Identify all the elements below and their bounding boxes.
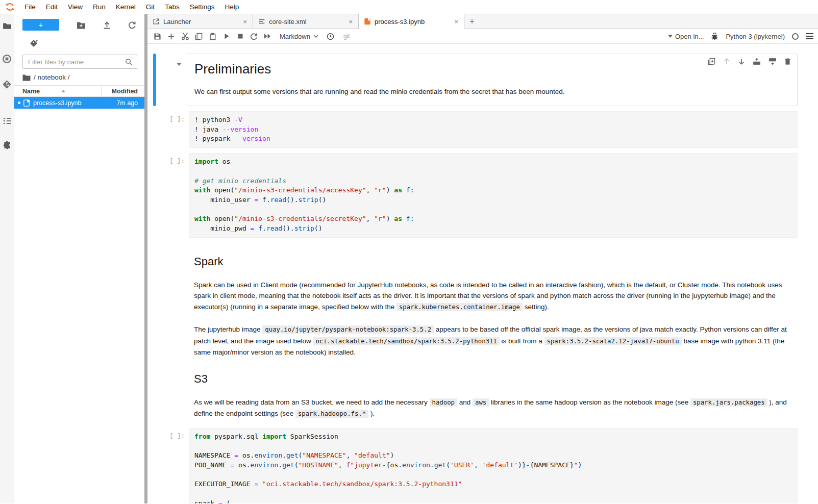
close-tab-icon[interactable]: × bbox=[453, 18, 460, 26]
menu-item-run[interactable]: Run bbox=[88, 3, 111, 11]
refresh-icon[interactable] bbox=[128, 21, 136, 29]
file-name: process-s3.ipynb bbox=[30, 99, 102, 107]
code-editor[interactable]: ! python3 -V! java --version! pyspark --… bbox=[189, 111, 798, 148]
close-tab-icon[interactable]: × bbox=[241, 18, 249, 26]
caret-down-icon bbox=[668, 35, 673, 38]
menu-item-kernel[interactable]: Kernel bbox=[111, 3, 141, 11]
file-modified: 7m ago bbox=[102, 99, 144, 107]
menu-item-file[interactable]: File bbox=[19, 3, 41, 11]
copy-icon[interactable] bbox=[192, 30, 206, 42]
history-clock-icon[interactable] bbox=[324, 30, 337, 42]
file-row-process-s3[interactable]: process-s3.ipynb 7m ago bbox=[14, 97, 144, 109]
markdown-cell-spark[interactable]: Spark Spark can be used in Client mode (… bbox=[147, 243, 818, 358]
code-cell-minio-credentials[interactable]: [ ]: import os # get minio credentialswi… bbox=[147, 153, 818, 238]
kernel-name[interactable]: Python 3 (ipykernel) bbox=[726, 33, 785, 40]
add-cell-icon[interactable] bbox=[164, 30, 178, 42]
paste-icon[interactable] bbox=[206, 30, 219, 42]
menu-item-help[interactable]: Help bbox=[219, 3, 244, 11]
new-tab-button[interactable]: + bbox=[464, 14, 480, 29]
menu-item-tabs[interactable]: Tabs bbox=[160, 3, 185, 11]
file-browser-git-row bbox=[14, 31, 144, 48]
breadcrumb[interactable]: / notebook / bbox=[14, 69, 144, 85]
cell-heading: S3 bbox=[194, 372, 792, 386]
insert-cell-below-icon[interactable] bbox=[769, 58, 777, 65]
sort-ascending-icon bbox=[61, 90, 65, 92]
cell-type-dropdown[interactable]: Markdown bbox=[280, 33, 318, 40]
cell-heading: Preliminaries bbox=[194, 61, 789, 77]
collapse-heading-icon[interactable] bbox=[177, 63, 182, 66]
restart-run-all-icon[interactable] bbox=[261, 30, 275, 42]
menu-item-edit[interactable]: Edit bbox=[41, 3, 63, 11]
debugger-bug-icon[interactable] bbox=[711, 33, 718, 40]
new-launcher-button[interactable]: + bbox=[22, 19, 59, 31]
unsaved-dot bbox=[18, 102, 20, 104]
breadcrumb-path: / notebook / bbox=[34, 73, 70, 81]
code-cell-spark-session[interactable]: [ ]: from pyspark.sql import SparkSessio… bbox=[147, 428, 818, 503]
file-browser-toolbar: + bbox=[14, 14, 144, 31]
git-status-label: git bbox=[343, 33, 350, 40]
git-sidebar-icon[interactable] bbox=[2, 80, 12, 89]
cell-prompt: [ ]: bbox=[156, 153, 189, 238]
table-of-contents-icon[interactable] bbox=[3, 116, 12, 125]
notebook-toolbar: Markdown git Open in... Python 3 (ipyker… bbox=[147, 29, 818, 44]
menu-item-view[interactable]: View bbox=[63, 3, 88, 11]
open-in-dropdown[interactable]: Open in... bbox=[668, 33, 704, 40]
cell-heading: Spark bbox=[194, 255, 792, 268]
toolbar-menu-icon[interactable] bbox=[806, 33, 814, 40]
jupyter-logo-icon bbox=[0, 2, 19, 12]
code-cell-versions[interactable]: [ ]: ! python3 -V! java --version! pyspa… bbox=[147, 111, 818, 148]
tab-process-s3-ipynb[interactable]: process-s3.ipynb × bbox=[359, 14, 464, 29]
cell-toolbar bbox=[705, 56, 794, 67]
file-browser-tab-folder-icon[interactable] bbox=[3, 21, 12, 31]
new-tag-icon[interactable] bbox=[30, 39, 144, 48]
markdown-cell-s3[interactable]: S3 As we will be reading data from an S3… bbox=[147, 360, 818, 420]
running-kernels-icon[interactable] bbox=[2, 54, 12, 64]
column-header-modified[interactable]: Modified bbox=[102, 88, 144, 95]
notebook-icon bbox=[364, 18, 371, 25]
file-list-header: Name Modified bbox=[14, 85, 144, 97]
close-tab-icon[interactable]: × bbox=[347, 18, 354, 26]
tab-bar: Launcher × core-site.xml × process-s3.ip… bbox=[147, 14, 818, 29]
code-editor[interactable]: import os # get minio credentialswith op… bbox=[189, 153, 798, 238]
cell-paragraph: As we will be reading data from an S3 bu… bbox=[194, 397, 792, 420]
cut-icon[interactable] bbox=[178, 30, 192, 42]
filter-files-input[interactable] bbox=[22, 55, 137, 69]
insert-cell-above-icon[interactable] bbox=[753, 58, 761, 65]
menu-item-settings[interactable]: Settings bbox=[185, 3, 220, 11]
menu-bar: File Edit View Run Kernel Git Tabs Setti… bbox=[0, 0, 818, 14]
cell-prompt: [ ]: bbox=[156, 111, 189, 148]
text-file-icon bbox=[258, 18, 265, 25]
breadcrumb-folder-icon bbox=[22, 74, 31, 81]
extensions-puzzle-icon[interactable] bbox=[3, 141, 12, 150]
tab-core-site-xml[interactable]: core-site.xml × bbox=[253, 14, 359, 29]
notebook-file-icon bbox=[23, 99, 30, 107]
launcher-icon bbox=[153, 18, 160, 25]
save-icon[interactable] bbox=[151, 30, 164, 42]
delete-cell-icon[interactable] bbox=[784, 58, 791, 65]
cell-paragraph: We can first output some versions that a… bbox=[194, 88, 789, 95]
notebook-content: Preliminaries We can first output some v… bbox=[147, 44, 818, 503]
duplicate-cell-icon[interactable] bbox=[708, 58, 715, 65]
menu-item-git[interactable]: Git bbox=[141, 3, 160, 11]
activity-bar bbox=[0, 14, 14, 503]
move-cell-up-icon[interactable] bbox=[723, 58, 730, 65]
cell-paragraph: The jupyterhub image quay.io/jupyter/pys… bbox=[194, 324, 792, 358]
chevron-down-icon bbox=[313, 35, 318, 38]
search-icon bbox=[125, 58, 133, 66]
stop-icon[interactable] bbox=[233, 30, 247, 42]
tab-launcher[interactable]: Launcher × bbox=[147, 14, 253, 29]
file-browser-panel: + / notebook / bbox=[14, 14, 144, 503]
code-editor[interactable]: from pyspark.sql import SparkSession NAM… bbox=[189, 428, 798, 503]
column-header-name[interactable]: Name bbox=[14, 86, 102, 96]
kernel-status-icon[interactable] bbox=[792, 33, 799, 40]
cell-paragraph: Spark can be used in Client mode (recomm… bbox=[194, 280, 792, 313]
cell-prompt: [ ]: bbox=[156, 428, 189, 503]
new-folder-icon[interactable] bbox=[77, 21, 86, 29]
markdown-cell-preliminaries[interactable]: Preliminaries We can first output some v… bbox=[147, 54, 818, 106]
upload-icon[interactable] bbox=[103, 21, 111, 29]
restart-kernel-icon[interactable] bbox=[247, 30, 261, 42]
move-cell-down-icon[interactable] bbox=[738, 58, 745, 65]
run-icon[interactable] bbox=[219, 30, 233, 42]
